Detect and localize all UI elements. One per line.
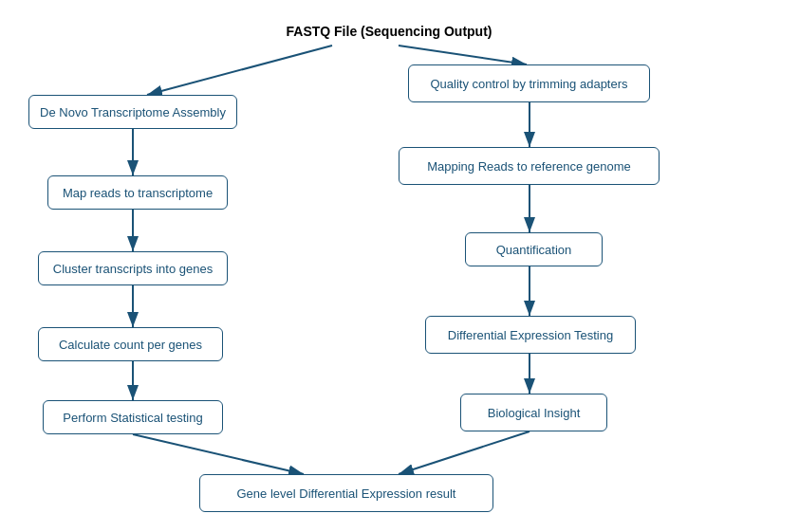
gene-result-box: Gene level Differential Expression resul… bbox=[199, 474, 493, 512]
stat-box: Perform Statistical testing bbox=[43, 400, 223, 434]
svg-line-11 bbox=[133, 434, 304, 474]
quality-box: Quality control by trimming adapters bbox=[408, 64, 650, 102]
svg-line-2 bbox=[399, 46, 527, 64]
denovo-box: De Novo Transcriptome Assembly bbox=[28, 95, 237, 129]
cluster-box: Cluster transcripts into genes bbox=[38, 251, 228, 285]
map-reads-box: Map reads to transcriptome bbox=[47, 175, 228, 210]
page-title: FASTQ File (Sequencing Output) bbox=[256, 17, 522, 46]
quantification-box: Quantification bbox=[465, 232, 603, 266]
svg-line-12 bbox=[399, 431, 530, 474]
mapping-box: Mapping Reads to reference genome bbox=[399, 147, 660, 185]
diff-expr-box: Differential Expression Testing bbox=[425, 316, 636, 354]
count-box: Calculate count per genes bbox=[38, 327, 223, 361]
diagram: FASTQ File (Sequencing Output) De Novo T… bbox=[0, 0, 799, 532]
svg-line-1 bbox=[147, 46, 332, 95]
bio-box: Biological Insight bbox=[460, 394, 607, 431]
